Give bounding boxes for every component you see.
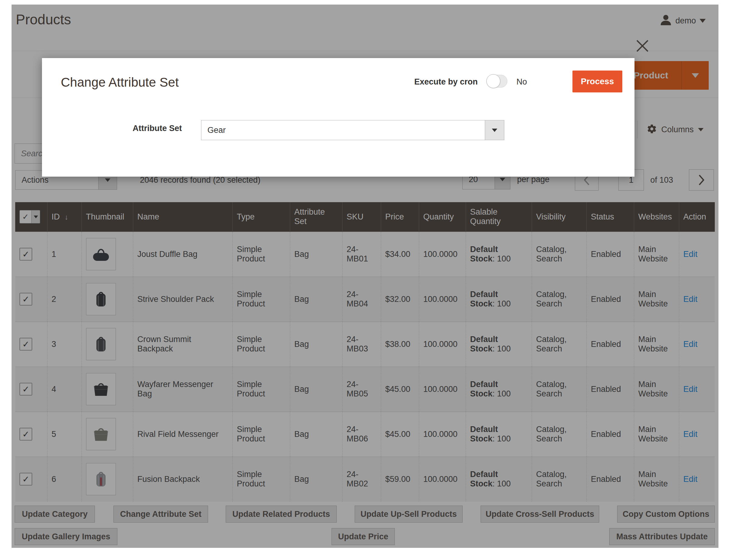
chevron-down-icon xyxy=(492,129,497,132)
change-attribute-set-modal: Change Attribute Set Execute by cron No … xyxy=(42,58,635,177)
admin-page: Products demo Product Columns Actions 20… xyxy=(12,5,718,548)
attribute-set-label: Attribute Set xyxy=(112,124,182,133)
toggle-knob xyxy=(486,74,500,88)
modal-close-button[interactable] xyxy=(635,38,650,54)
modal-title: Change Attribute Set xyxy=(61,75,179,90)
close-icon xyxy=(635,39,650,53)
toggle-state-label: No xyxy=(517,75,527,89)
process-button[interactable]: Process xyxy=(573,71,622,92)
attribute-set-select-arrow[interactable] xyxy=(485,120,504,140)
attribute-set-value: Gear xyxy=(201,120,485,140)
execute-by-cron-label: Execute by cron xyxy=(414,75,478,89)
attribute-set-select[interactable]: Gear xyxy=(201,120,504,140)
execute-by-cron-toggle[interactable] xyxy=(487,75,507,88)
